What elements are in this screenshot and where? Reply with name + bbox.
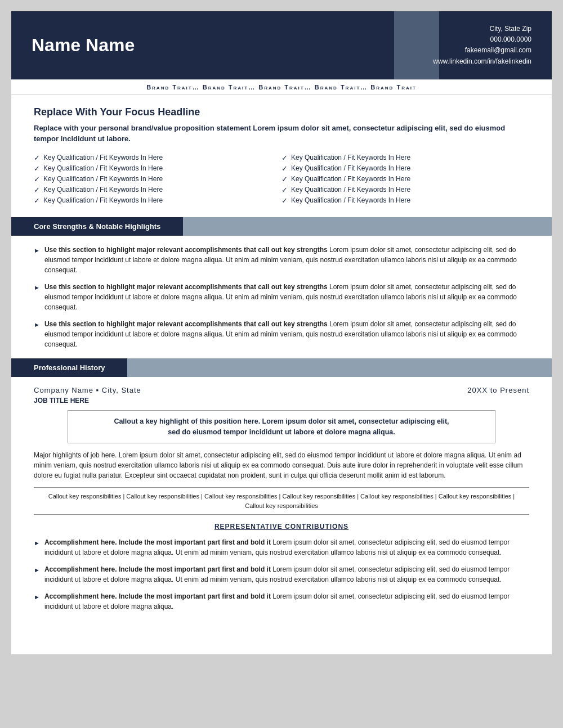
- arrow-icon: ►: [34, 565, 40, 575]
- keyword-left-3: ✓ Key Qualification / Fit Keywords In He…: [34, 174, 282, 185]
- keyword-right-5: ✓ Key Qualification / Fit Keywords In He…: [282, 195, 529, 206]
- focus-section: Replace With Your Focus Headline Replace…: [34, 106, 529, 206]
- professional-history-header: Professional History: [11, 358, 552, 377]
- keyword-right-4: ✓ Key Qualification / Fit Keywords In He…: [282, 185, 529, 195]
- check-icon: ✓: [282, 186, 288, 194]
- contributions-bullets: ► Accomplishment here. Include the most …: [34, 537, 529, 612]
- linkedin: www.linkedin.com/in/fakelinkedin: [433, 56, 531, 67]
- keyword-right-2: ✓ Key Qualification / Fit Keywords In He…: [282, 163, 529, 174]
- focus-headline: Replace With Your Focus Headline: [34, 106, 529, 118]
- check-icon: ✓: [282, 196, 288, 205]
- core-bullet-2: ► Use this section to highlight major re…: [34, 282, 529, 312]
- professional-history-content: Company Name ▪ City, State 20XX to Prese…: [34, 386, 529, 612]
- contribution-1: ► Accomplishment here. Include the most …: [34, 537, 529, 558]
- core-strengths-bullets: ► Use this section to highlight major re…: [34, 245, 529, 349]
- contribution-3: ► Accomplishment here. Include the most …: [34, 591, 529, 612]
- keyword-right-1: ✓ Key Qualification / Fit Keywords In He…: [282, 152, 529, 163]
- professional-history-title: Professional History: [11, 358, 127, 377]
- job-title: JOB TITLE HERE: [34, 397, 529, 405]
- core-strengths-header-accent: [183, 217, 552, 236]
- keywords-left: ✓ Key Qualification / Fit Keywords In He…: [34, 152, 282, 206]
- check-icon: ✓: [34, 154, 40, 162]
- resume-page: Name Name City, State Zip 000.000.0000 f…: [11, 11, 552, 654]
- responsibilities-bar: Callout key responsibilities | Callout k…: [34, 487, 529, 515]
- keyword-left-2: ✓ Key Qualification / Fit Keywords In He…: [34, 163, 282, 174]
- keyword-right-3: ✓ Key Qualification / Fit Keywords In He…: [282, 174, 529, 185]
- keywords-right: ✓ Key Qualification / Fit Keywords In He…: [282, 152, 529, 206]
- name: Name Name: [32, 35, 135, 56]
- company-dates: 20XX to Present: [467, 386, 529, 394]
- rep-contributions-label: REPRESENTATIVE CONTRIBUTIONS: [34, 523, 529, 531]
- check-icon: ✓: [34, 196, 40, 205]
- keywords-grid: ✓ Key Qualification / Fit Keywords In He…: [34, 152, 529, 206]
- arrow-icon: ►: [34, 538, 40, 548]
- keyword-left-4: ✓ Key Qualification / Fit Keywords In He…: [34, 185, 282, 195]
- arrow-icon: ►: [34, 283, 40, 293]
- check-icon: ✓: [282, 164, 288, 173]
- main-content: Replace With Your Focus Headline Replace…: [11, 95, 552, 632]
- city-state: City, State Zip: [433, 24, 531, 34]
- brand-bar: Brand Trait… Brand Trait… Brand Trait… B…: [11, 79, 552, 95]
- core-bullet-3: ► Use this section to highlight major re…: [34, 319, 529, 349]
- professional-history-header-accent: [127, 358, 552, 377]
- company-line: Company Name ▪ City, State 20XX to Prese…: [34, 386, 529, 394]
- core-bullet-1: ► Use this section to highlight major re…: [34, 245, 529, 275]
- contribution-2: ► Accomplishment here. Include the most …: [34, 564, 529, 585]
- header: Name Name City, State Zip 000.000.0000 f…: [11, 11, 552, 79]
- check-icon: ✓: [34, 186, 40, 194]
- check-icon: ✓: [34, 175, 40, 183]
- callout-box: Callout a key highlight of this position…: [68, 410, 495, 444]
- job-body-text: Major highlights of job here. Lorem ipsu…: [34, 450, 529, 480]
- email: fakeemail@gmail.com: [433, 45, 531, 56]
- arrow-icon: ►: [34, 592, 40, 602]
- phone: 000.000.0000: [433, 34, 531, 45]
- contact-info: City, State Zip 000.000.0000 fakeemail@g…: [433, 24, 531, 67]
- check-icon: ✓: [282, 175, 288, 183]
- keyword-left-5: ✓ Key Qualification / Fit Keywords In He…: [34, 195, 282, 206]
- company-info: Company Name ▪ City, State: [34, 386, 141, 394]
- keyword-left-1: ✓ Key Qualification / Fit Keywords In He…: [34, 152, 282, 163]
- core-strengths-header: Core Strengths & Notable Highlights: [11, 217, 552, 236]
- check-icon: ✓: [282, 154, 288, 162]
- value-prop: Replace with your personal brand/value p…: [34, 123, 529, 145]
- check-icon: ✓: [34, 164, 40, 173]
- arrow-icon: ►: [34, 320, 40, 330]
- arrow-icon: ►: [34, 246, 40, 255]
- core-strengths-title: Core Strengths & Notable Highlights: [11, 217, 183, 236]
